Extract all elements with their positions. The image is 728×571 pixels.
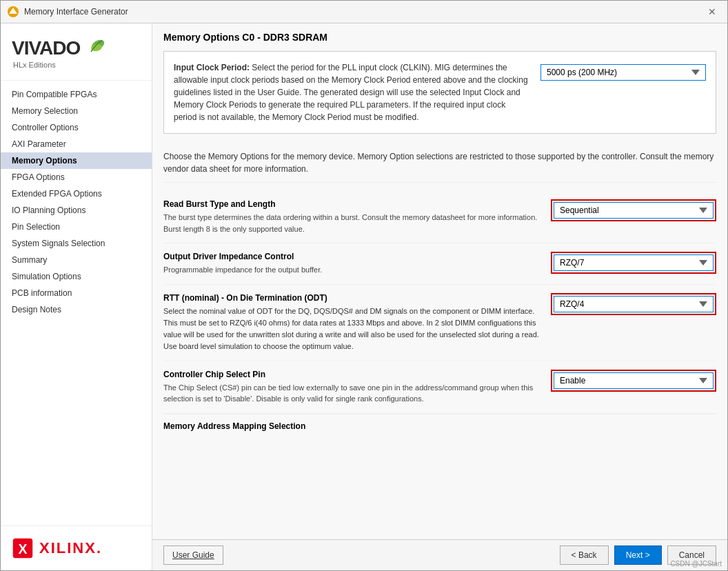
- logo-area: VIVADO HLx Editions: [1, 23, 152, 81]
- inner-content[interactable]: Input Clock Period: Select the period fo…: [152, 51, 727, 539]
- svg-text:X: X: [18, 541, 27, 557]
- read-burst-select[interactable]: Sequential Interleaved: [554, 202, 714, 219]
- sidebar-item-memory-options[interactable]: Memory Options: [1, 152, 152, 169]
- read-burst-info: Read Burst Type and Length The burst typ…: [163, 199, 551, 234]
- vivado-leaf-icon: [84, 38, 105, 59]
- footer-left: User Guide: [163, 545, 223, 565]
- rtt-row: RTT (nominal) - On Die Termination (ODT)…: [163, 285, 716, 361]
- chip-select-title: Controller Chip Select Pin: [163, 370, 540, 379]
- svg-marker-0: [9, 8, 17, 14]
- rtt-border: RZQ/4 RZQ/6 RZQ/8 Disabled: [551, 293, 716, 315]
- output-driver-select[interactable]: RZQ/7 RZQ/6 RZQ/5: [554, 254, 714, 271]
- output-driver-desc: Programmable impedance for the output bu…: [163, 264, 540, 276]
- output-driver-info: Output Driver Impedance Control Programm…: [163, 252, 551, 276]
- sidebar-item-summary[interactable]: Summary: [1, 252, 152, 268]
- memory-address-title: Memory Address Mapping Selection: [163, 421, 716, 431]
- chip-select-desc: The Chip Select (CS#) pin can be tied lo…: [163, 382, 540, 405]
- sidebar-item-pin-selection[interactable]: Pin Selection: [1, 219, 152, 235]
- footer-bar: User Guide < Back Next > Cancel: [152, 539, 727, 570]
- sidebar-item-memory-selection[interactable]: Memory Selection: [1, 103, 152, 119]
- sidebar-item-extended-fpga[interactable]: Extended FPGA Options: [1, 186, 152, 202]
- output-driver-title: Output Driver Impedance Control: [163, 252, 540, 261]
- output-driver-border: RZQ/7 RZQ/6 RZQ/5: [551, 252, 716, 274]
- watermark: CSDN @JCStart: [670, 560, 722, 568]
- sidebar-item-pin-compatible[interactable]: Pin Compatible FPGAs: [1, 86, 152, 103]
- app-icon: [8, 6, 19, 17]
- vivado-text: VIVADO: [12, 37, 80, 59]
- sidebar-item-design-notes[interactable]: Design Notes: [1, 301, 152, 318]
- content-header: Memory Options C0 - DDR3 SDRAM: [152, 23, 727, 51]
- user-guide-button[interactable]: User Guide: [163, 545, 223, 565]
- page-title: Memory Options C0 - DDR3 SDRAM: [163, 32, 327, 43]
- rtt-info: RTT (nominal) - On Die Termination (ODT)…: [163, 293, 551, 352]
- titlebar-left: Memory Interface Generator: [8, 6, 128, 17]
- rtt-title: RTT (nominal) - On Die Termination (ODT): [163, 293, 540, 303]
- chip-select-control: Enable Disable: [551, 370, 716, 392]
- sidebar-item-pcb-information[interactable]: PCB information: [1, 285, 152, 301]
- main-layout: VIVADO HLx Editions Pin Compatible FPGAs…: [1, 23, 727, 570]
- sidebar-footer: X XILINX.: [1, 525, 152, 570]
- chip-select-select[interactable]: Enable Disable: [554, 372, 714, 389]
- window-title: Memory Interface Generator: [24, 7, 128, 17]
- sidebar-item-controller-options[interactable]: Controller Options: [1, 119, 152, 136]
- rtt-control: RZQ/4 RZQ/6 RZQ/8 Disabled: [551, 293, 716, 315]
- memory-address-section: Memory Address Mapping Selection: [163, 414, 716, 437]
- rtt-desc: Select the nominal value of ODT for the …: [163, 305, 540, 352]
- sidebar-nav: Pin Compatible FPGAs Memory Selection Co…: [1, 81, 152, 525]
- vivado-brand: VIVADO: [12, 37, 141, 59]
- sidebar: VIVADO HLx Editions Pin Compatible FPGAs…: [1, 23, 152, 570]
- rtt-select[interactable]: RZQ/4 RZQ/6 RZQ/8 Disabled: [554, 296, 714, 312]
- main-window: Memory Interface Generator ✕ VIVADO HLx …: [0, 0, 728, 571]
- sidebar-item-simulation-options[interactable]: Simulation Options: [1, 268, 152, 285]
- output-driver-control: RZQ/7 RZQ/6 RZQ/5: [551, 252, 716, 274]
- titlebar: Memory Interface Generator ✕: [1, 1, 727, 23]
- chip-select-info: Controller Chip Select Pin The Chip Sele…: [163, 370, 551, 405]
- read-burst-title: Read Burst Type and Length: [163, 199, 540, 209]
- content-area: Memory Options C0 - DDR3 SDRAM Input Clo…: [152, 23, 727, 570]
- sidebar-item-system-signals[interactable]: System Signals Selection: [1, 235, 152, 252]
- read-burst-control: Sequential Interleaved: [551, 199, 716, 221]
- read-burst-row: Read Burst Type and Length The burst typ…: [163, 191, 716, 243]
- clock-dropdown-area: 5000 ps (200 MHz) 4000 ps (250 MHz) 3000…: [540, 61, 706, 81]
- sidebar-item-fpga-options[interactable]: FPGA Options: [1, 169, 152, 186]
- clock-period-select[interactable]: 5000 ps (200 MHz) 4000 ps (250 MHz) 3000…: [540, 64, 706, 81]
- choose-memory-description: Choose the Memory Options for the memory…: [163, 143, 716, 183]
- read-burst-border: Sequential Interleaved: [551, 199, 716, 221]
- hlx-label: HLx Editions: [13, 61, 141, 69]
- chip-select-border: Enable Disable: [551, 370, 716, 392]
- output-driver-row: Output Driver Impedance Control Programm…: [163, 243, 716, 285]
- clock-label: Input Clock Period:: [174, 63, 250, 72]
- sidebar-item-axi-parameter[interactable]: AXI Parameter: [1, 136, 152, 152]
- xilinx-text: XILINX.: [39, 539, 102, 557]
- read-burst-desc: The burst type determines the data order…: [163, 212, 540, 234]
- close-button[interactable]: ✕: [704, 5, 720, 19]
- clock-description: Input Clock Period: Select the period fo…: [174, 61, 529, 123]
- input-clock-section: Input Clock Period: Select the period fo…: [163, 51, 716, 134]
- xilinx-icon: X: [12, 537, 34, 559]
- xilinx-logo: X XILINX.: [12, 537, 141, 559]
- sidebar-item-io-planning[interactable]: IO Planning Options: [1, 202, 152, 219]
- back-button[interactable]: < Back: [560, 545, 609, 565]
- chip-select-row: Controller Chip Select Pin The Chip Sele…: [163, 361, 716, 414]
- next-button[interactable]: Next >: [614, 545, 662, 565]
